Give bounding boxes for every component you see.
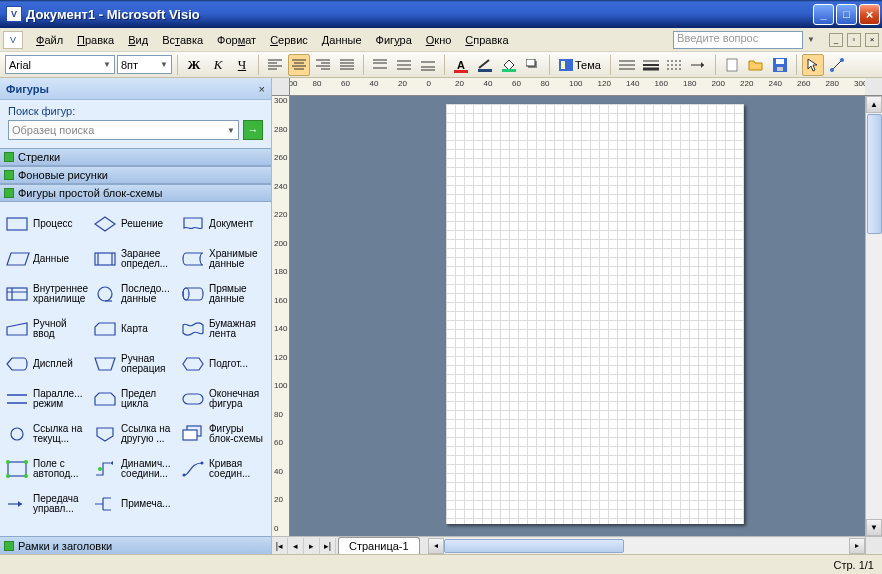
line-weight-button[interactable] [640, 54, 662, 76]
shape-doc[interactable]: Документ [178, 206, 266, 241]
line-ends-button[interactable] [688, 54, 710, 76]
font-color-button[interactable]: A [450, 54, 472, 76]
connector-tool-button[interactable] [826, 54, 848, 76]
shape-autobox[interactable]: Поле с автопод... [2, 451, 90, 486]
pointer-tool-button[interactable] [802, 54, 824, 76]
shape-rect[interactable]: Процесс [2, 206, 90, 241]
italic-button[interactable]: К [207, 54, 229, 76]
shape-term[interactable]: Оконечная фигура [178, 381, 266, 416]
shape-display[interactable]: Дисплей [2, 346, 90, 381]
font-name-select[interactable]: Arial▼ [5, 55, 115, 74]
theme-button[interactable]: Тема [555, 54, 605, 76]
shape-multi[interactable]: Фигуры блок-схемы [178, 416, 266, 451]
shape-prep[interactable]: Подгот... [178, 346, 266, 381]
shadow-button[interactable] [522, 54, 544, 76]
shape-icon [92, 424, 118, 444]
scroll-down-button[interactable]: ▼ [866, 519, 882, 536]
panel-close-icon[interactable]: × [259, 83, 265, 95]
search-go-button[interactable]: → [243, 120, 263, 140]
tab-first-button[interactable]: |◂ [272, 538, 288, 554]
dist-mid-button[interactable] [393, 54, 415, 76]
scroll-left-button[interactable]: ◂ [428, 538, 444, 554]
dist-top-button[interactable] [369, 54, 391, 76]
shape-stored[interactable]: Хранимые данные [178, 241, 266, 276]
doc-max-button[interactable]: ▫ [847, 33, 861, 47]
menu-вид[interactable]: Вид [121, 31, 155, 49]
vertical-scrollbar[interactable]: ▲ ▼ [865, 96, 882, 536]
category-bar[interactable]: Стрелки [0, 148, 271, 166]
category-bar[interactable]: Фигуры простой блок-схемы [0, 184, 271, 202]
vscroll-thumb[interactable] [867, 114, 882, 234]
shape-dynconn[interactable]: Динамич... соедини... [90, 451, 178, 486]
font-size-select[interactable]: 8пт▼ [117, 55, 172, 74]
shape-curve[interactable]: Кривая соедин... [178, 451, 266, 486]
dist-bot-button[interactable] [417, 54, 439, 76]
line-dash-button[interactable] [664, 54, 686, 76]
shape-annot[interactable]: Примеча... [90, 486, 178, 521]
align-center-button[interactable] [288, 54, 310, 76]
page-tab[interactable]: Страница-1 [338, 537, 420, 554]
line-style-button[interactable] [616, 54, 638, 76]
tab-prev-button[interactable]: ◂ [288, 538, 304, 554]
line-color-button[interactable] [474, 54, 496, 76]
shape-direct[interactable]: Прямые данные [178, 276, 266, 311]
underline-button[interactable]: Ч [231, 54, 253, 76]
page[interactable] [446, 104, 744, 524]
svg-point-26 [98, 467, 102, 471]
scroll-up-button[interactable]: ▲ [866, 96, 882, 113]
shape-label: Бумажная лента [209, 319, 264, 339]
menu-данные[interactable]: Данные [315, 31, 369, 49]
align-right-button[interactable] [312, 54, 334, 76]
scroll-right-button[interactable]: ▸ [849, 538, 865, 554]
svg-point-11 [840, 58, 844, 62]
shape-circ[interactable]: Ссылка на текущ... [2, 416, 90, 451]
shape-icon [180, 319, 206, 339]
align-justify-button[interactable] [336, 54, 358, 76]
menu-вставка[interactable]: Вставка [155, 31, 210, 49]
tab-next-button[interactable]: ▸ [304, 538, 320, 554]
doc-restore-button[interactable]: _ [829, 33, 843, 47]
shape-label: Документ [209, 219, 253, 229]
shape-seq[interactable]: Последо... данные [90, 276, 178, 311]
system-menu-icon[interactable]: V [3, 31, 23, 49]
menu-сервис[interactable]: Сервис [263, 31, 315, 49]
category-bar[interactable]: Фоновые рисунки [0, 166, 271, 184]
save-button[interactable] [769, 54, 791, 76]
shape-para[interactable]: Данные [2, 241, 90, 276]
shape-manin[interactable]: Ручной ввод [2, 311, 90, 346]
canvas[interactable] [290, 96, 865, 536]
menu-фигура[interactable]: Фигура [369, 31, 419, 49]
shape-loop[interactable]: Предел цикла [90, 381, 178, 416]
close-button[interactable]: × [859, 4, 880, 25]
shape-ctrl[interactable]: Передача управл... [2, 486, 90, 521]
fill-color-button[interactable] [498, 54, 520, 76]
help-search-input[interactable]: Введите вопрос [673, 31, 803, 49]
minimize-button[interactable]: _ [813, 4, 834, 25]
category-icon [4, 188, 14, 198]
hscroll-thumb[interactable] [444, 539, 624, 553]
shape-tape[interactable]: Бумажная лента [178, 311, 266, 346]
menu-файл[interactable]: Файл [29, 31, 70, 49]
tab-last-button[interactable]: ▸| [320, 538, 336, 554]
shape-intstore[interactable]: Внутреннее хранилище [2, 276, 90, 311]
shape-card[interactable]: Карта [90, 311, 178, 346]
menu-окно[interactable]: Окно [419, 31, 459, 49]
doc-close-button[interactable]: × [865, 33, 879, 47]
bold-button[interactable]: Ж [183, 54, 205, 76]
shape-manop[interactable]: Ручная операция [90, 346, 178, 381]
shape-offpage[interactable]: Ссылка на другую ... [90, 416, 178, 451]
horizontal-scrollbar[interactable]: ◂ ▸ [428, 538, 865, 554]
shape-predef[interactable]: Заранее определ... [90, 241, 178, 276]
category-footer[interactable]: Рамки и заголовки [0, 536, 271, 554]
open-button[interactable] [745, 54, 767, 76]
align-left-button[interactable] [264, 54, 286, 76]
help-dropdown-icon[interactable]: ▼ [807, 35, 815, 44]
shape-search-input[interactable]: Образец поиска▼ [8, 120, 239, 140]
menu-правка[interactable]: Правка [70, 31, 121, 49]
menu-формат[interactable]: Формат [210, 31, 263, 49]
menu-справка[interactable]: Справка [458, 31, 515, 49]
maximize-button[interactable]: □ [836, 4, 857, 25]
shape-diamond[interactable]: Решение [90, 206, 178, 241]
shape-parallel[interactable]: Паралле... режим [2, 381, 90, 416]
new-button[interactable] [721, 54, 743, 76]
